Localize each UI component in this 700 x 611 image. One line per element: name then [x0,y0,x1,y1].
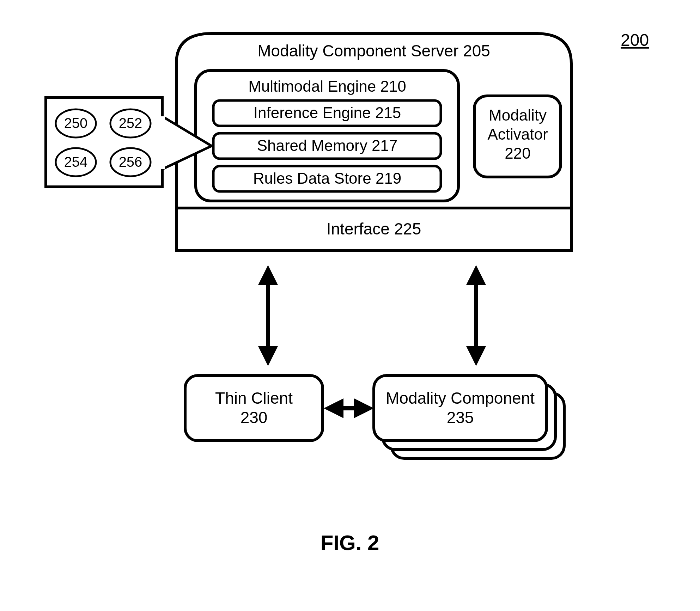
svg-marker-4 [466,265,486,285]
svg-marker-1 [258,265,278,285]
modality-activator-line1: Modality [489,106,547,124]
callout-label-1: 252 [119,115,142,131]
server-title: Modality Component Server 205 [257,42,490,60]
svg-marker-2 [258,346,278,366]
modality-component-line1: Modality Component [386,389,535,407]
callout-seam-mask [159,116,165,169]
modality-activator-line2: Activator [487,126,548,143]
callout-label-2: 254 [64,154,88,170]
modality-activator-line3: 220 [505,145,530,162]
modality-component-line2: 235 [447,408,474,427]
multimodal-engine-title: Multimodal Engine 210 [248,78,406,95]
callout-label-0: 250 [64,115,88,131]
svg-marker-5 [466,346,486,366]
arrow-interface-thinclient [258,265,278,366]
svg-marker-7 [324,398,343,418]
figure-ref-label: 200 [621,31,649,49]
shared-memory-label: Shared Memory 217 [257,137,398,154]
thin-client-line1: Thin Client [215,389,293,407]
interface-label: Interface 225 [327,220,421,238]
thin-client-line2: 230 [241,408,268,427]
arrow-thinclient-modality [324,398,374,418]
diagram-canvas: 200 Modality Component Server 205 Multim… [0,0,700,611]
figure-caption: FIG. 2 [321,531,379,555]
inference-engine-label: Inference Engine 215 [254,104,401,121]
arrow-interface-modality [466,265,486,366]
callout-label-3: 256 [119,154,142,170]
svg-marker-8 [354,398,374,418]
rules-store-label: Rules Data Store 219 [253,170,402,187]
